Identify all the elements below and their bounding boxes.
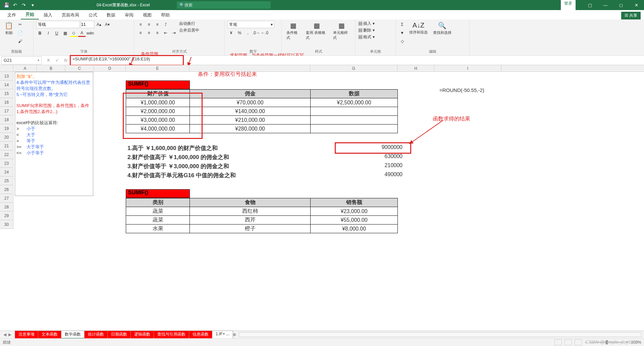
row-header[interactable]: 14 xyxy=(0,81,13,89)
share-button[interactable]: ☒ 共享 xyxy=(621,12,641,19)
italic-button[interactable]: I xyxy=(45,30,52,37)
indent-dec-icon[interactable]: ⇤ xyxy=(162,29,169,37)
formula-input[interactable]: =SUMIF(E16:E19,">1600000",E16:E19) xyxy=(71,56,644,64)
minimize-icon[interactable]: — xyxy=(598,0,613,10)
row-header[interactable]: 25 xyxy=(0,177,13,185)
conditional-format-button[interactable]: ▦条件格式 xyxy=(284,21,303,41)
tab-formulas[interactable]: 公式 xyxy=(84,11,102,19)
col-header[interactable]: I xyxy=(434,65,501,71)
row-header[interactable]: 27 xyxy=(0,194,13,203)
cancel-formula-icon[interactable]: ✕ xyxy=(44,57,52,64)
save-icon[interactable]: 💾 xyxy=(3,1,10,9)
col-header[interactable]: D xyxy=(94,65,126,71)
copy-icon[interactable]: 📄 xyxy=(16,29,24,37)
row-header[interactable]: 28 xyxy=(0,203,13,211)
maximize-icon[interactable]: ◻ xyxy=(613,0,629,10)
align-left-icon[interactable]: ≡ xyxy=(137,29,144,37)
select-all-corner[interactable] xyxy=(0,65,13,71)
col-header[interactable]: E xyxy=(126,65,190,71)
new-sheet-icon[interactable]: ⊕ xyxy=(233,332,236,337)
row-header[interactable]: 22 xyxy=(0,150,13,159)
align-top-icon[interactable]: ≡ xyxy=(137,21,144,28)
sheet-nav-next-icon[interactable]: ▶ xyxy=(8,332,11,337)
wrap-text-button[interactable]: 自动换行 xyxy=(179,21,195,27)
orientation-icon[interactable]: ⤴ xyxy=(162,21,169,28)
col-header[interactable]: G xyxy=(310,65,397,71)
align-center-icon[interactable]: ≡ xyxy=(145,29,153,37)
underline-button[interactable]: U xyxy=(53,30,60,37)
fill-color-button[interactable]: ◇ xyxy=(70,30,77,37)
find-select-button[interactable]: 🔍查找和选择 xyxy=(431,21,453,36)
page-layout-view-icon[interactable] xyxy=(565,339,572,345)
indent-inc-icon[interactable]: ⇥ xyxy=(170,29,178,37)
name-box[interactable]: G21 ▾ xyxy=(1,56,42,64)
insert-cells-button[interactable]: ▦ 插入 ▾ xyxy=(358,21,375,27)
merge-center-button[interactable]: 合并后居中 xyxy=(179,28,199,33)
sheet-tab[interactable]: 统计函数 xyxy=(84,331,108,339)
tab-home[interactable]: 开始 xyxy=(21,10,39,19)
qat-dropdown-icon[interactable]: ▾ xyxy=(29,1,36,9)
sheet-tab[interactable]: 逻辑函数 xyxy=(130,331,154,339)
align-right-icon[interactable]: ≡ xyxy=(154,29,161,37)
sheet-tab[interactable]: 日期函数 xyxy=(107,331,131,339)
comma-icon[interactable]: , xyxy=(244,29,252,37)
tab-insert[interactable]: 插入 xyxy=(39,11,57,19)
sort-filter-button[interactable]: A↓Z排序和筛选 xyxy=(407,21,430,36)
row-header[interactable]: 17 xyxy=(0,107,13,115)
row-header[interactable]: 13 xyxy=(0,72,13,81)
font-color-button[interactable]: A xyxy=(78,30,86,37)
row-header[interactable]: 30 xyxy=(0,220,13,229)
format-cells-button[interactable]: ▦ 格式 ▾ xyxy=(358,34,375,40)
bold-button[interactable]: B xyxy=(36,30,44,37)
sheet-tab[interactable]: 文本函数 xyxy=(38,331,61,339)
tab-review[interactable]: 审阅 xyxy=(120,11,138,19)
decrease-font-icon[interactable]: A▾ xyxy=(104,21,111,28)
align-middle-icon[interactable]: ≡ xyxy=(145,21,153,28)
redo-icon[interactable]: ↷ xyxy=(20,1,28,9)
search-box[interactable]: 🔍 搜索 xyxy=(177,1,271,9)
enter-formula-icon[interactable]: ✓ xyxy=(53,57,61,64)
format-as-table-button[interactable]: ▦套用 表格格式 xyxy=(304,21,330,41)
tab-layout[interactable]: 页面布局 xyxy=(57,11,84,19)
col-header[interactable]: A xyxy=(13,65,37,71)
row-header[interactable]: 16 xyxy=(0,98,13,107)
sheet-tab[interactable]: 查找与引用函数 xyxy=(154,331,189,339)
fx-icon[interactable]: fx xyxy=(62,57,70,64)
tab-file[interactable]: 文件 xyxy=(3,11,21,19)
format-painter-icon[interactable]: 🖌 xyxy=(16,38,24,45)
name-box-dropdown-icon[interactable]: ▾ xyxy=(38,58,39,62)
font-size-select[interactable] xyxy=(81,21,94,28)
inc-decimal-icon[interactable]: .0→ xyxy=(253,29,260,37)
row-header[interactable]: 18 xyxy=(0,115,13,124)
row-header[interactable]: 26 xyxy=(0,185,13,194)
row-header[interactable]: 20 xyxy=(0,133,13,142)
dec-decimal-icon[interactable]: ←.0 xyxy=(261,29,268,37)
autosum-icon[interactable]: Σ xyxy=(398,21,406,28)
number-format-select[interactable]: 常规▾ xyxy=(227,21,274,28)
cut-icon[interactable]: ✂ xyxy=(16,21,24,28)
ribbon-display-icon[interactable]: ▢ xyxy=(582,0,598,10)
phonetic-button[interactable]: wén xyxy=(87,30,94,37)
row-header[interactable]: 24 xyxy=(0,168,13,177)
fill-icon[interactable]: ▼ xyxy=(398,29,406,37)
tab-data[interactable]: 数据 xyxy=(102,11,120,19)
spreadsheet-grid[interactable]: A B C D E G H I 131415161718192021222324… xyxy=(0,65,644,331)
close-icon[interactable]: ✕ xyxy=(629,0,644,10)
login-button[interactable]: 登录 xyxy=(561,0,576,10)
cells-area[interactable]: 条件：要用双引号括起来 刖加 "&"。 4.条件中可以用"*"作为通配符代表任意… xyxy=(13,72,644,331)
row-header[interactable]: 21 xyxy=(0,142,13,150)
sheet-tab[interactable]: 1.IF+ ... xyxy=(212,331,233,339)
page-break-view-icon[interactable] xyxy=(575,339,582,345)
sheet-tab[interactable]: 数学函数 xyxy=(61,331,85,339)
paste-button[interactable]: 📋粘贴 xyxy=(3,21,15,36)
align-bottom-icon[interactable]: ≡ xyxy=(154,21,161,28)
undo-icon[interactable]: ↶ xyxy=(11,1,19,9)
sheet-nav-prev-icon[interactable]: ◀ xyxy=(3,332,6,337)
horizontal-scrollbar[interactable] xyxy=(239,332,641,337)
currency-icon[interactable]: ¥ xyxy=(227,29,235,37)
row-header[interactable]: 15 xyxy=(0,89,13,98)
clear-icon[interactable]: ◇ xyxy=(398,38,406,45)
col-header[interactable]: B xyxy=(37,65,65,71)
row-header[interactable]: 29 xyxy=(0,211,13,220)
delete-cells-button[interactable]: ▦ 删除 ▾ xyxy=(358,28,375,33)
